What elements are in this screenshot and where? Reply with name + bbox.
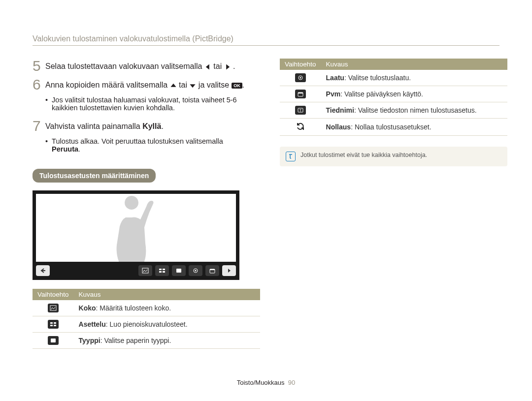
step5-pre: Selaa tulostettavaan valokuvaan valitsem… [45,62,204,70]
step6-period: . [242,81,244,89]
row-key: Nollaus [326,123,351,131]
footer-section: Toisto/Muokkaus [237,379,285,386]
svg-rect-11 [210,269,215,270]
cell-desc: Nollaus: Nollaa tulostusasetukset. [321,119,507,136]
left-column: 5 Selaa tulostettavaan valokuvaan valits… [33,59,260,379]
info-icon [286,152,296,161]
cell-icon: T [280,102,321,119]
table-row: Laatu: Valitse tulostuslaatu. [280,70,507,86]
th-desc: Kuvaus [74,289,260,300]
quality-icon [295,73,306,82]
right-column: Vaihtoehto Kuvaus Laatu: Valitse tulostu… [280,59,507,379]
table-row: Asettelu: Luo pienoiskuvatulosteet. [33,316,260,333]
cell-desc: Tyyppi: Valitse paperin tyyppi. [74,333,260,349]
layout-icon [48,320,59,329]
row-val: : Valitse tulostuslaatu. [344,74,411,82]
quality-button[interactable] [189,265,202,276]
row-val: : Luo pienoiskuvatulosteet. [106,320,188,328]
type-icon [48,336,59,345]
options-table-left: Vaihtoehto Kuvaus Koko: Määritä tulostee… [33,289,260,349]
table-header-row: Vaihtoehto Kuvaus [33,289,260,300]
th-desc: Kuvaus [321,59,507,70]
th-option: Vaihtoehto [33,289,74,300]
row-val: : Valitse tiedoston nimen tulostusasetus… [354,106,477,114]
step7b-bold: Peruuta [52,145,78,153]
cell-desc: Asettelu: Luo pienoiskuvatulosteet. [74,316,260,333]
silhouette-figure-icon [102,196,156,262]
step-text: Anna kopioiden määrä valitsemalla tai ja… [45,77,260,91]
svg-rect-4 [163,269,165,270]
step-6-bullet: Jos valitsit tulostaa haluamasi valokuva… [45,96,260,112]
svg-rect-3 [159,269,162,270]
step7-post: . [161,122,163,130]
arrow-up-icon [170,82,177,89]
back-button[interactable] [36,265,50,276]
date-button[interactable] [205,265,219,276]
page-number: 90 [288,379,295,386]
svg-text:OK: OK [233,83,240,88]
step7b-pre: Tulostus alkaa. Voit peruuttaa tulostuks… [52,137,223,145]
cell-icon [280,86,321,102]
svg-rect-15 [50,325,53,326]
svg-text:T: T [299,109,302,112]
table-row: Nollaus: Nollaa tulostusasetukset. [280,119,507,136]
row-key: Tiednimi [326,106,354,114]
step6-post: ja valitse [199,81,232,89]
options-table-right: Vaihtoehto Kuvaus Laatu: Valitse tulostu… [280,59,507,136]
cell-icon [33,300,74,316]
svg-rect-12 [50,306,56,310]
row-key: Koko [79,304,96,312]
step7b-post: . [78,145,80,153]
step7-pre: Vahvista valinta painamalla [45,122,142,130]
filename-icon: T [295,106,306,115]
svg-point-9 [195,270,197,272]
step-5: 5 Selaa tulostettavaan valokuvaan valits… [33,59,260,73]
note-box: Jotkut tulostimet eivät tue kaikkia vaih… [280,147,507,166]
cell-icon [33,333,74,349]
step7-bold: Kyllä [142,122,161,130]
section-pill: Tulostusasetusten määrittäminen [33,169,156,183]
arrow-down-icon [189,82,196,89]
page-title: Valokuvien tulostaminen valokuvatulostim… [33,34,499,46]
svg-rect-6 [163,271,165,273]
cell-desc: Tiednimi: Valitse tiedoston nimen tulost… [321,102,507,119]
table-row: Pvm: Valitse päiväyksen käyttö. [280,86,507,102]
step6-mid: tai [179,81,189,89]
type-button[interactable] [172,265,186,276]
step-text: Selaa tulostettavaan valokuvaan valitsem… [45,59,260,72]
ok-button-icon: OK [232,82,242,89]
step-number: 7 [33,119,45,133]
arrow-right-icon [224,63,231,70]
step6-pre: Anna kopioiden määrä valitsemalla [45,81,170,89]
size-button[interactable] [138,265,152,276]
svg-rect-14 [54,322,56,324]
svg-rect-2 [142,268,148,273]
cell-icon [33,316,74,333]
svg-point-19 [299,77,301,79]
th-option: Vaihtoehto [280,59,321,70]
row-key: Tyyppi [79,337,100,344]
step-text: Vahvista valinta painamalla Kyllä. [45,119,260,132]
page-footer: Toisto/Muokkaus 90 [33,379,499,386]
table-row: Tyyppi: Valitse paperin tyyppi. [33,333,260,349]
layout-button[interactable] [155,265,169,276]
row-val: : Nollaa tulostusasetukset. [351,123,431,131]
bullet-text: Jos valitsit tulostaa haluamasi valokuva… [52,96,260,112]
next-button[interactable] [222,265,236,276]
camera-preview [33,190,239,280]
page: Valokuvien tulostaminen valokuvatulostim… [0,0,532,401]
step-7-bullet: Tulostus alkaa. Voit peruuttaa tulostuks… [45,137,260,153]
cell-desc: Laatu: Valitse tulostuslaatu. [321,70,507,86]
table-row: T Tiednimi: Valitse tiedoston nimen tulo… [280,102,507,119]
step-6: 6 Anna kopioiden määrä valitsemalla tai … [33,77,260,92]
arrow-left-icon [204,63,211,70]
note-text: Jotkut tulostimet eivät tue kaikkia vaih… [300,152,427,158]
svg-rect-13 [50,322,53,324]
svg-rect-17 [51,339,56,342]
row-val: : Valitse paperin tyyppi. [100,337,171,344]
row-key: Laatu [326,74,344,82]
bullet-text: Tulostus alkaa. Voit peruuttaa tulostuks… [52,137,260,153]
reset-icon [295,122,306,131]
svg-rect-7 [176,269,181,273]
table-row: Koko: Määritä tulosteen koko. [33,300,260,316]
